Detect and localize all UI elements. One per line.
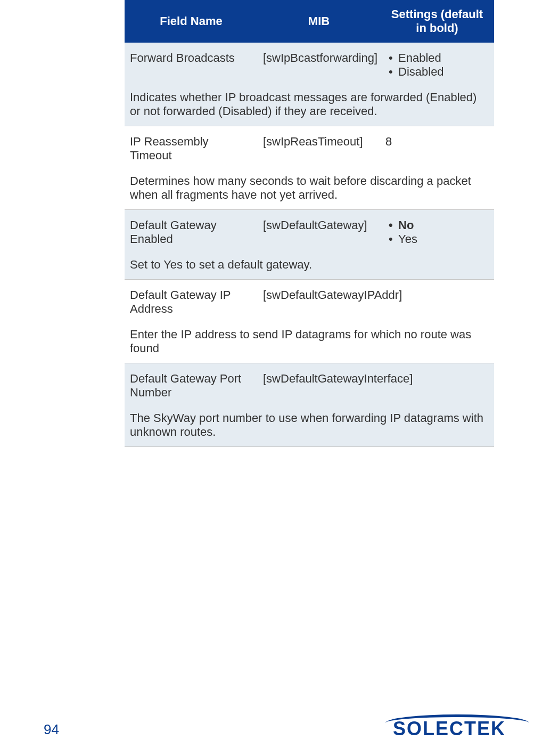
table-row-top: IP Reassembly Timeout[swIpReasTimeout]8: [125, 126, 494, 167]
cell-settings: EnabledDisabled: [380, 47, 494, 83]
cell-settings: [380, 284, 494, 292]
header-settings: Settings (default in bold): [380, 5, 494, 37]
brand-logo: SOLECTEK: [393, 718, 506, 740]
table-row: IP Reassembly Timeout[swIpReasTimeout]8D…: [125, 126, 494, 210]
table-row-top: Default Gateway IP Address[swDefaultGate…: [125, 280, 494, 320]
settings-item: No: [389, 218, 489, 232]
settings-list: NoYes: [385, 218, 489, 246]
settings-item: Disabled: [389, 65, 489, 79]
table-row-top: Forward Broadcasts[swIpBcastforwarding]E…: [125, 43, 494, 83]
row-description: The SkyWay port number to use when forwa…: [125, 404, 494, 446]
table-row: Default Gateway IP Address[swDefaultGate…: [125, 280, 494, 363]
table-row-top: Default Gateway Port Number[swDefaultGat…: [125, 363, 494, 404]
cell-field-name: IP Reassembly Timeout: [125, 131, 258, 167]
table-row: Default Gateway Enabled[swDefaultGateway…: [125, 210, 494, 280]
header-field-name: Field Name: [125, 5, 258, 37]
table-container: Field Name MIB Settings (default in bold…: [125, 0, 494, 447]
settings-list: EnabledDisabled: [385, 51, 489, 79]
cell-mib: [swDefaultGatewayIPAddr]: [258, 284, 380, 306]
cell-field-name: Default Gateway Port Number: [125, 368, 258, 404]
row-description: Determines how many seconds to wait befo…: [125, 167, 494, 209]
cell-field-name: Default Gateway Enabled: [125, 214, 258, 250]
cell-field-name: Default Gateway IP Address: [125, 284, 258, 320]
table-row: Default Gateway Port Number[swDefaultGat…: [125, 363, 494, 447]
table-row: Forward Broadcasts[swIpBcastforwarding]E…: [125, 43, 494, 126]
row-description: Enter the IP address to send IP datagram…: [125, 320, 494, 363]
cell-settings: 8: [380, 131, 494, 153]
table-header: Field Name MIB Settings (default in bold…: [125, 0, 494, 43]
cell-mib: [swIpBcastforwarding]: [258, 47, 380, 69]
settings-item: Enabled: [389, 51, 489, 65]
row-description: Set to Yes to set a default gateway.: [125, 250, 494, 279]
cell-field-name: Forward Broadcasts: [125, 47, 258, 69]
page-number: 94: [44, 721, 59, 738]
cell-mib: [swDefaultGateway]: [258, 214, 380, 237]
cell-settings: [380, 368, 494, 376]
header-mib: MIB: [258, 5, 380, 37]
table-row-top: Default Gateway Enabled[swDefaultGateway…: [125, 210, 494, 250]
row-description: Indicates whether IP broadcast messages …: [125, 83, 494, 126]
cell-mib: [swIpReasTimeout]: [258, 131, 380, 153]
cell-settings: NoYes: [380, 214, 494, 250]
brand-text: SOLECTEK: [393, 718, 506, 740]
cell-mib: [swDefaultGatewayInterface]: [258, 368, 380, 390]
settings-item: Yes: [389, 232, 489, 246]
